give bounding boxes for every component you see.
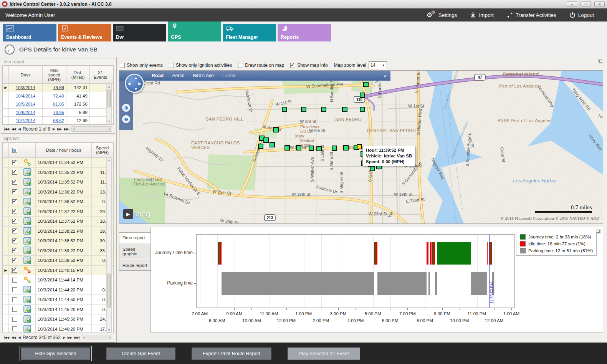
- row-checkbox[interactable]: [12, 326, 17, 331]
- map-compass-control[interactable]: ▲▼ ◀▶: [125, 74, 144, 93]
- checkbox[interactable]: [290, 63, 295, 68]
- map-option-show-only-events[interactable]: Show only events: [120, 63, 163, 68]
- row-checkbox[interactable]: [12, 209, 17, 214]
- gps-marker[interactable]: [274, 127, 278, 132]
- gps-table-row[interactable]: 10/3/2014 11:45:20 PM0.00: [3, 304, 113, 314]
- row-checkbox[interactable]: [12, 219, 17, 224]
- prev-group-icon[interactable]: ◀◀: [11, 127, 16, 131]
- next-group-icon[interactable]: ▶▶: [68, 336, 72, 339]
- info-table-row[interactable]: 10/4/201472.4041.491: [3, 92, 113, 100]
- info-scrollbar[interactable]: ▲ ▼: [106, 84, 112, 124]
- gps-table-row[interactable]: 10/3/2014 11:44:14 PM: [3, 275, 113, 285]
- next-icon[interactable]: ▶: [63, 336, 65, 339]
- gps-marker[interactable]: [301, 107, 306, 112]
- last-page-icon[interactable]: ▶▶|: [74, 336, 79, 339]
- gps-marker[interactable]: [270, 142, 275, 147]
- gps-marker[interactable]: [370, 166, 375, 171]
- gps-marker[interactable]: [296, 146, 301, 150]
- map-option-show-map-info[interactable]: Show map info: [290, 63, 327, 68]
- row-checkbox[interactable]: [12, 238, 17, 243]
- first-page-icon[interactable]: |◀◀: [4, 336, 9, 339]
- menubar-action-logout[interactable]: Logout: [569, 11, 594, 19]
- export-print-route-report-button[interactable]: Export / Print Route Report: [192, 347, 271, 360]
- info-column-header[interactable]: X1 Events: [90, 66, 111, 84]
- map-style-labels[interactable]: Labels: [222, 73, 237, 78]
- gps-marker[interactable]: [264, 138, 268, 142]
- map-toolbar-collapse-icon[interactable]: «: [384, 73, 387, 79]
- tab-fleet-manager[interactable]: Fleet Manager: [223, 24, 276, 41]
- gps-marker[interactable]: [332, 146, 337, 151]
- gps-marker[interactable]: [360, 107, 365, 112]
- tab-reports[interactable]: Reports: [278, 24, 331, 41]
- map-style-aerial[interactable]: Aerial: [172, 73, 184, 78]
- gps-hscrollbar[interactable]: ◀▶: [82, 335, 112, 340]
- gps-marker[interactable]: [317, 146, 321, 151]
- collapse-map-panel-button[interactable]: [599, 59, 603, 63]
- checkbox[interactable]: [169, 63, 174, 68]
- map-zoom-in-button[interactable]: ⊕: [122, 104, 130, 112]
- gps-marker[interactable]: [285, 146, 289, 150]
- menubar-action-transfer-activities[interactable]: Transfer Activities: [507, 11, 556, 19]
- chart-tab-speed-graphic[interactable]: Speed graphic: [119, 244, 151, 259]
- menubar-action-settings[interactable]: ⚙⚙Settings: [427, 11, 457, 19]
- gps-table-row[interactable]: 10/3/2014 11:35:52 PM11.47: [3, 177, 113, 187]
- row-checkbox[interactable]: [12, 170, 17, 175]
- last-page-icon[interactable]: ▶▶|: [64, 127, 69, 131]
- map-zoom-level-select[interactable]: 14▼: [369, 61, 387, 69]
- max-speed-link[interactable]: 81.05: [53, 102, 64, 106]
- gps-table-row[interactable]: 10/3/2014 11:44:20 PM0.00: [3, 285, 113, 295]
- gps-scrollbar[interactable]: ▲ ▼: [106, 158, 112, 333]
- day-link[interactable]: 10/3/2014: [16, 85, 35, 90]
- gps-marker[interactable]: [309, 146, 314, 151]
- gps-marker[interactable]: [342, 107, 347, 112]
- tab-events-reviews[interactable]: Events & Reviews: [58, 24, 111, 41]
- map-canvas[interactable]: 11021347Peck ParkCrest RdW Summerland Av…: [119, 71, 603, 224]
- row-checkbox[interactable]: [12, 287, 17, 292]
- gps-table-row[interactable]: 10/3/2014 11:39:52 PM0.00: [3, 256, 113, 266]
- info-table-row[interactable]: ▶10/3/201478.68142.310: [3, 84, 113, 92]
- row-checkbox[interactable]: [12, 278, 17, 283]
- prev-group-icon[interactable]: ◀◀: [11, 336, 16, 339]
- row-checkbox[interactable]: [12, 307, 17, 312]
- gps-table-row[interactable]: 10/3/2014 11:36:22 PM13.28: [3, 187, 113, 197]
- first-page-icon[interactable]: |◀◀: [4, 127, 9, 131]
- map[interactable]: Road Aerial Bird's eye Labels « ▲▼ ◀▶ ⊕ …: [119, 70, 603, 224]
- gps-table-row[interactable]: ▶10/3/2014 11:40:15 PM: [3, 265, 113, 275]
- chart-tab-time-report[interactable]: Time report: [119, 232, 151, 243]
- row-checkbox[interactable]: [12, 268, 17, 273]
- info-column-header[interactable]: Days: [9, 66, 43, 84]
- row-checkbox[interactable]: [12, 199, 17, 204]
- map-style-road[interactable]: Road: [152, 73, 164, 78]
- info-table-row[interactable]: 10/5/201481.05172.562: [3, 100, 113, 109]
- minimize-button[interactable]: –: [567, 1, 577, 7]
- gps-table-row[interactable]: 10/3/2014 11:37:22 PM29.05: [3, 207, 113, 217]
- gps-table-row[interactable]: 10/3/2014 11:38:52 PM30.55: [3, 236, 113, 246]
- gps-marker[interactable]: [360, 93, 365, 98]
- row-checkbox[interactable]: [12, 317, 17, 322]
- gps-marker[interactable]: [321, 107, 326, 112]
- row-checkbox[interactable]: [12, 297, 17, 302]
- row-checkbox[interactable]: [12, 258, 17, 263]
- selected-gps-marker[interactable]: [357, 144, 362, 149]
- gps-marker[interactable]: [282, 107, 287, 112]
- gps-marker[interactable]: [344, 146, 348, 150]
- prev-icon[interactable]: ◀: [18, 127, 20, 131]
- row-checkbox[interactable]: [12, 189, 17, 194]
- gps-marker[interactable]: [258, 144, 263, 149]
- close-button[interactable]: ✕: [594, 1, 605, 7]
- row-checkbox[interactable]: [12, 228, 17, 233]
- max-speed-link[interactable]: 72.40: [53, 94, 64, 98]
- gps-table-row[interactable]: 10/3/2014 11:45:50 PM24.75: [3, 314, 113, 324]
- checkbox[interactable]: [120, 63, 125, 68]
- info-table-row[interactable]: 10/6/201476.955.880: [3, 108, 113, 117]
- chart-tab-route-report[interactable]: Route report: [119, 260, 151, 271]
- next-icon[interactable]: ▶: [53, 127, 55, 131]
- row-checkbox[interactable]: [12, 248, 17, 253]
- select-all-checkbox[interactable]: [12, 148, 17, 153]
- menubar-action-import[interactable]: Import: [470, 11, 493, 19]
- hide-gps-selection-button[interactable]: Hide Gps Selection: [21, 347, 90, 360]
- row-checkbox[interactable]: [12, 160, 17, 165]
- max-speed-link[interactable]: 78.68: [53, 85, 64, 90]
- gps-column-speed[interactable]: Speed (MPH): [92, 143, 113, 158]
- tab-dvr[interactable]: Dvr: [113, 24, 166, 41]
